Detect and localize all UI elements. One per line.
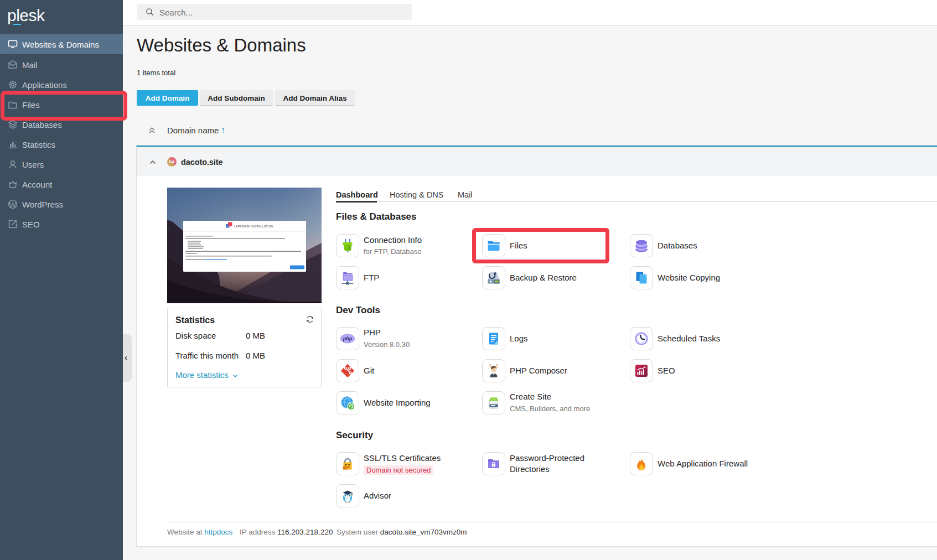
svg-text:LAPADESK INSTALLATION: LAPADESK INSTALLATION [234,225,273,228]
svg-text:php: php [343,336,353,341]
